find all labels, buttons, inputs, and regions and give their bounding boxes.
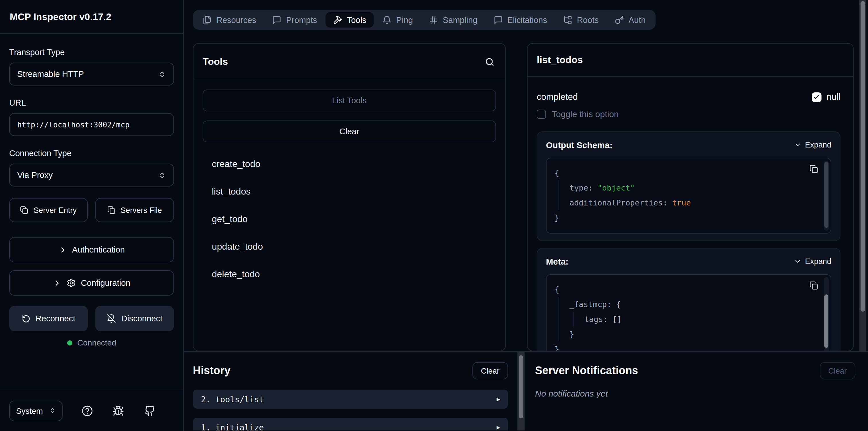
tab-elicitations[interactable]: Elicitations [486, 12, 555, 28]
tab-label: Roots [577, 15, 599, 24]
history-scrollbar-thumb[interactable] [519, 355, 523, 419]
hash-icon [429, 15, 438, 24]
tool-item-delete-todo[interactable]: delete_todo [203, 260, 496, 288]
search-button[interactable] [484, 55, 496, 68]
chevrons-up-down-icon [50, 407, 56, 414]
detail-scrollbar-thumb[interactable] [861, 1, 865, 312]
server-entry-button[interactable]: Server Entry [9, 198, 88, 222]
bell-off-icon [107, 314, 116, 323]
meta-expand-button[interactable]: Expand [794, 257, 831, 266]
copy-icon [809, 165, 818, 173]
tab-ping[interactable]: Ping [375, 12, 420, 28]
null-checkbox-checked[interactable] [812, 92, 822, 102]
toggle-checkbox-unchecked[interactable] [537, 109, 546, 119]
copy-output-schema-button[interactable] [809, 165, 818, 173]
sidebar-footer: System [0, 390, 183, 431]
clear-notifications-button[interactable]: Clear [819, 362, 856, 379]
tab-resources[interactable]: Resources [195, 12, 264, 28]
code-scrollbar-thumb[interactable] [825, 295, 828, 348]
theme-select[interactable]: System [9, 400, 63, 421]
tool-item-list-todos[interactable]: list_todos [203, 178, 496, 206]
tab-bar: Resources Prompts Tools Ping Sampling [193, 10, 655, 30]
history-item-initialize[interactable]: 1. initialize ▶ [193, 418, 508, 430]
chevron-down-icon [794, 141, 801, 148]
report-bug-button[interactable] [112, 404, 125, 418]
reconnect-button[interactable]: Reconnect [9, 306, 88, 331]
code-scrollbar[interactable] [824, 161, 829, 231]
tool-item-create-todo[interactable]: create_todo [203, 150, 496, 178]
key-icon [615, 15, 624, 24]
check-icon [813, 94, 820, 100]
copy-meta-button[interactable] [809, 281, 818, 290]
reconnect-label: Reconnect [36, 314, 75, 323]
chevron-right-icon [58, 245, 67, 254]
app-window: MCP Inspector v0.17.2 Transport Type Str… [0, 0, 868, 431]
code-token: } [555, 213, 559, 222]
tab-label: Prompts [286, 15, 317, 24]
code-scrollbar-thumb[interactable] [825, 162, 828, 228]
tab-label: Ping [396, 15, 413, 24]
tab-sampling[interactable]: Sampling [422, 12, 485, 28]
code-scrollbar[interactable] [824, 277, 829, 351]
help-circle-icon [81, 405, 93, 417]
code-token: { [616, 300, 621, 309]
transport-type-select[interactable]: Streamable HTTP [9, 63, 174, 86]
status-text: Connected [77, 338, 116, 347]
expand-right-icon: ▶ [497, 396, 500, 402]
tools-panel: Tools List Tools Clear create_todo list_… [193, 43, 506, 351]
server-notifications-panel: Server Notifications Clear No notificati… [525, 352, 868, 430]
gear-icon [67, 278, 76, 287]
history-title: History [193, 364, 230, 377]
connection-type-label: Connection Type [9, 149, 174, 158]
output-schema-code: { type: "object" additionalProperties: t… [546, 158, 831, 234]
help-button[interactable] [80, 404, 94, 418]
toggle-option-row[interactable]: Toggle this option [537, 109, 840, 119]
copy-icon [107, 206, 115, 214]
url-input[interactable] [17, 120, 166, 129]
rotate-ccw-icon [22, 314, 30, 323]
code-token: [] [613, 314, 622, 324]
disconnect-button[interactable]: Disconnect [95, 306, 174, 331]
list-tools-button[interactable]: List Tools [203, 90, 496, 111]
clear-history-button[interactable]: Clear [472, 362, 508, 379]
code-token: { [555, 285, 559, 294]
tab-roots[interactable]: Roots [556, 12, 606, 28]
chevrons-up-down-icon [158, 171, 166, 179]
history-item-tools-list[interactable]: 2. tools/list ▶ [193, 390, 508, 409]
expand-label: Expand [805, 257, 831, 266]
url-label: URL [9, 98, 174, 107]
github-button[interactable] [143, 404, 156, 418]
configuration-label: Configuration [81, 278, 131, 287]
tool-item-get-todo[interactable]: get_todo [203, 206, 496, 233]
app-title: MCP Inspector v0.17.2 [10, 11, 112, 22]
disconnect-label: Disconnect [121, 314, 162, 323]
toggle-option-label: Toggle this option [552, 109, 619, 119]
url-field-wrap [9, 113, 174, 136]
tab-auth[interactable]: Auth [608, 12, 653, 28]
null-checkbox-wrap[interactable]: null [812, 92, 840, 102]
param-name-completed: completed [537, 92, 578, 102]
code-token: _fastmcp [569, 300, 607, 309]
detail-scrollbar[interactable] [859, 0, 866, 352]
code-token: true [672, 198, 691, 207]
output-schema-expand-button[interactable]: Expand [794, 140, 831, 149]
authentication-button[interactable]: Authentication [9, 237, 174, 262]
code-token: } [569, 330, 574, 339]
tool-item-update-todo[interactable]: update_todo [203, 233, 496, 260]
server-entry-label: Server Entry [34, 206, 76, 214]
configuration-button[interactable]: Configuration [9, 270, 174, 296]
connection-type-select[interactable]: Via Proxy [9, 163, 174, 186]
meta-title: Meta: [546, 256, 568, 266]
expand-label: Expand [805, 140, 831, 149]
history-scrollbar[interactable] [517, 352, 525, 430]
expand-right-icon: ▶ [497, 424, 500, 430]
clear-tools-button[interactable]: Clear [203, 121, 496, 142]
tab-label: Resources [216, 15, 256, 24]
meta-code: { _fastmcp: { tags: [] } } [546, 274, 831, 351]
servers-file-button[interactable]: Servers File [95, 198, 174, 222]
output-schema-title: Output Schema: [546, 140, 613, 150]
tab-tools[interactable]: Tools [326, 12, 374, 28]
history-item-label: 2. tools/list [201, 395, 264, 404]
code-token: } [555, 344, 559, 351]
tab-prompts[interactable]: Prompts [265, 12, 324, 28]
